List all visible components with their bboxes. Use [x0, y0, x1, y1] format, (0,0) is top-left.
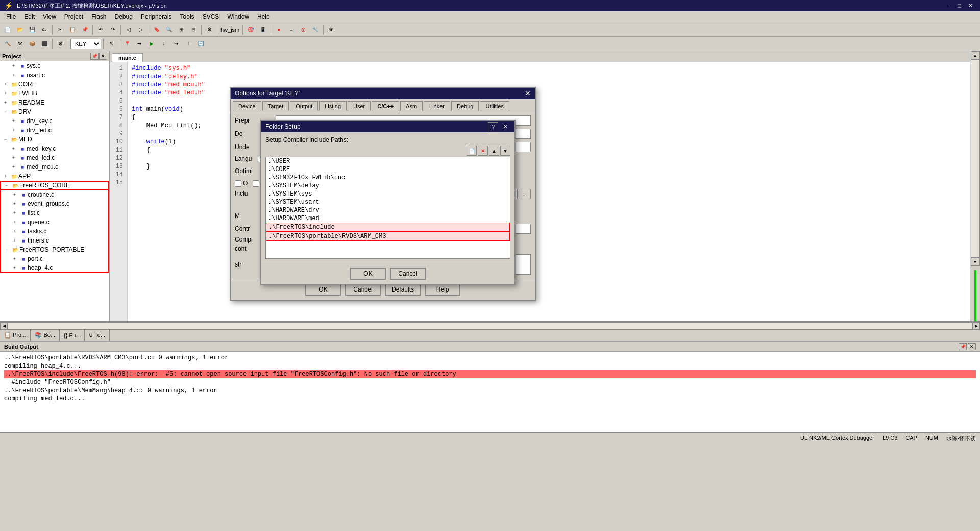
tree-item-listc[interactable]: + ■ list.c	[0, 208, 109, 218]
debug-hw-btn[interactable]: 🔧	[310, 24, 321, 35]
reset-target-btn[interactable]: 🔄	[195, 38, 206, 50]
menu-svcs[interactable]: SVCS	[199, 12, 224, 21]
bottom-tab-books[interactable]: 📚 Bo...	[31, 330, 60, 341]
tree-item-drvkeyc[interactable]: + ■ drv_key.c	[0, 116, 109, 126]
insert-pin-btn[interactable]: 📍	[121, 38, 133, 50]
debug-stop-btn[interactable]: ○	[285, 24, 297, 35]
menu-file[interactable]: File	[2, 12, 20, 21]
save-btn[interactable]: 💾	[27, 24, 38, 35]
menu-flash[interactable]: Flash	[87, 12, 110, 21]
tree-item-portc[interactable]: + ■ port.c	[0, 254, 109, 263]
hscroll-right-btn[interactable]: ▶	[972, 322, 980, 330]
options-help-btn[interactable]: Help	[425, 283, 460, 296]
folder-new-btn[interactable]: 📄	[467, 146, 477, 156]
tree-item-tasksc[interactable]: + ■ tasks.c	[0, 227, 109, 236]
tab-output[interactable]: Output	[290, 101, 318, 111]
folder-delete-btn[interactable]: ✕	[478, 146, 488, 156]
tree-item-eventgroupsc[interactable]: + ■ event_groups.c	[0, 199, 109, 208]
build-btn[interactable]: 🔨	[2, 38, 13, 50]
find-btn[interactable]: 🔍	[163, 24, 175, 35]
hscroll-left-btn[interactable]: ◀	[0, 322, 8, 330]
copy-btn[interactable]: 📋	[67, 24, 78, 35]
tree-item-fwlib[interactable]: + 📁 FWLIB	[0, 89, 109, 98]
cursor-btn[interactable]: ↖	[106, 38, 117, 50]
menu-edit[interactable]: Edit	[20, 12, 39, 21]
build-close-btn[interactable]: ✕	[968, 343, 976, 350]
batch-btn[interactable]: 📦	[27, 38, 38, 50]
bottom-tab-project[interactable]: 📋 Pro...	[0, 330, 31, 341]
tree-item-sysc[interactable]: + ■ sys.c	[0, 61, 109, 70]
menu-tools[interactable]: Tools	[176, 12, 199, 21]
undo-btn[interactable]: ↶	[95, 24, 106, 35]
s-checkbox[interactable]	[253, 180, 259, 187]
tree-item-heap4c[interactable]: + ■ heap_4.c	[0, 263, 109, 273]
menu-peripherals[interactable]: Peripherals	[137, 12, 176, 21]
folder-ok-btn[interactable]: OK	[350, 268, 386, 280]
tree-item-timersc[interactable]: + ■ timers.c	[0, 236, 109, 245]
unindent-btn[interactable]: ⊟	[188, 24, 199, 35]
tree-item-medmcuc[interactable]: + ■ med_mcu.c	[0, 162, 109, 172]
menu-view[interactable]: View	[39, 12, 60, 21]
goto-btn[interactable]: ➡	[134, 38, 145, 50]
menu-window[interactable]: Window	[223, 12, 253, 21]
options-ok-btn[interactable]: OK	[305, 283, 341, 296]
stop-build-btn[interactable]: ⬛	[39, 38, 50, 50]
folder-close-btn[interactable]: ✕	[500, 122, 510, 131]
tree-item-medledc[interactable]: + ■ med_led.c	[0, 153, 109, 162]
options-close-btn[interactable]: ✕	[525, 89, 531, 98]
folder-path-user[interactable]: .\USER	[266, 157, 510, 165]
bookmark-btn[interactable]: 🔖	[151, 24, 162, 35]
target-dropdown[interactable]: KEY	[70, 39, 101, 49]
folder-cancel-btn[interactable]: Cancel	[390, 268, 426, 280]
cut-btn[interactable]: ✂	[55, 24, 66, 35]
folder-path-freertos-rvds[interactable]: .\FreeRTOS\portable\RVDS\ARM_CM3	[266, 232, 510, 241]
tab-mainc[interactable]: main.c	[112, 53, 143, 62]
folder-up-btn[interactable]: ▲	[489, 146, 499, 156]
tree-item-med[interactable]: − 📂 MED	[0, 135, 109, 144]
config-btn[interactable]: ⚙	[204, 24, 215, 35]
bottom-tab-templates[interactable]: ∪ Te...	[85, 330, 110, 341]
step-out-btn[interactable]: ↑	[183, 38, 194, 50]
folder-dialog[interactable]: Folder Setup ? ✕ Setup Compiler Include …	[260, 120, 516, 285]
paste-btn[interactable]: 📌	[79, 24, 90, 35]
tree-item-freertos-portable[interactable]: − 📂 FreeRTOS_PORTABLE	[0, 245, 109, 254]
tab-debug[interactable]: Debug	[451, 101, 479, 111]
tab-linker[interactable]: Linker	[424, 101, 450, 111]
tree-item-drv[interactable]: − 📂 DRV	[0, 107, 109, 116]
redo-btn[interactable]: ↷	[107, 24, 118, 35]
menu-help[interactable]: Help	[253, 12, 274, 21]
panel-close-btn[interactable]: ✕	[99, 53, 107, 60]
options-defaults-btn[interactable]: Defaults	[385, 283, 421, 296]
nav-back-btn[interactable]: ◁	[123, 24, 134, 35]
close-button[interactable]: ✕	[965, 0, 976, 11]
tree-item-medkeyc[interactable]: + ■ med_key.c	[0, 144, 109, 153]
folder-path-core[interactable]: .\CORE	[266, 165, 510, 174]
o-checkbox[interactable]	[235, 180, 241, 187]
options-btn[interactable]: ⚙	[55, 38, 66, 50]
include-browse-btn[interactable]: ...	[519, 189, 531, 199]
folder-path-fwlib[interactable]: .\STM32F10x_FWLib\inc	[266, 174, 510, 182]
tree-item-usartc[interactable]: + ■ usart.c	[0, 70, 109, 80]
tab-target[interactable]: Target	[262, 101, 289, 111]
debug-run-btn[interactable]: ●	[273, 24, 284, 35]
scroll-up-btn[interactable]: ▲	[971, 51, 980, 59]
tree-item-drvledc[interactable]: + ■ drv_led.c	[0, 126, 109, 135]
panel-pin-btn[interactable]: 📌	[90, 53, 99, 60]
tree-item-queuec[interactable]: + ■ queue.c	[0, 218, 109, 227]
scroll-down-btn[interactable]: ▼	[971, 258, 980, 266]
new-btn[interactable]: 📄	[2, 24, 13, 35]
tab-user[interactable]: User	[348, 101, 371, 111]
folder-list[interactable]: .\USER .\CORE .\STM32F10x_FWLib\inc .\SY…	[265, 157, 510, 259]
tab-device[interactable]: Device	[233, 101, 261, 111]
tab-cpp[interactable]: C/C++	[372, 101, 399, 111]
folder-help-btn[interactable]: ?	[488, 122, 498, 131]
tab-utilities[interactable]: Utilities	[480, 101, 509, 111]
folder-path-med[interactable]: .\HARDWARE\med	[266, 214, 510, 223]
tree-item-core[interactable]: + 📁 CORE	[0, 80, 109, 89]
tree-item-readme[interactable]: + 📁 README	[0, 98, 109, 107]
save-all-btn[interactable]: 🗂	[39, 24, 50, 35]
view-btn[interactable]: 👁	[326, 24, 337, 35]
folder-path-delay[interactable]: .\SYSTEM\delay	[266, 182, 510, 190]
indent-btn[interactable]: ⊞	[176, 24, 187, 35]
maximize-button[interactable]: □	[954, 0, 964, 11]
